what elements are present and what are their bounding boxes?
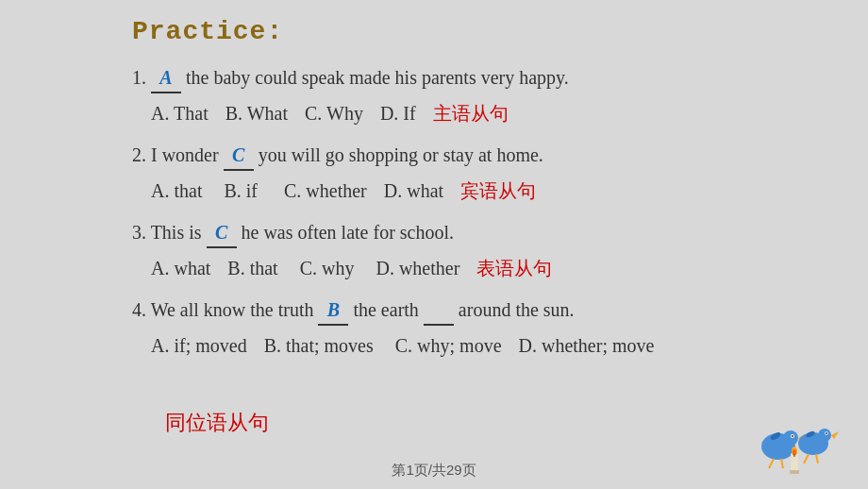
decoration-image (755, 413, 840, 480)
q1-option-b: B. What (216, 99, 288, 127)
q3-options: A. what B. that C. why D. whether 表语从句 (132, 254, 830, 282)
q4-option-b: B. that; moves (255, 331, 374, 360)
svg-line-15 (816, 454, 818, 464)
q3-option-d: D. whether (361, 254, 459, 282)
q4-option-c: C. why; move (381, 331, 502, 360)
q4-text-end: around the sun. (459, 299, 575, 320)
q4-options: A. if; moved B. that; moves C. why; move… (132, 331, 830, 360)
svg-point-5 (792, 435, 793, 437)
q4-text-mid: the earth (353, 299, 423, 320)
q1-option-a: A. That (151, 99, 209, 127)
q3-option-a: A. what (151, 254, 210, 282)
svg-line-6 (769, 459, 774, 468)
q4-blank2 (424, 295, 454, 326)
q1-text: the baby could speak made his parents ve… (186, 67, 569, 88)
q3-clause-label: 表语从句 (476, 254, 552, 282)
q1-option-d: D. If (371, 99, 416, 127)
q2-option-c: C. whether (265, 177, 367, 205)
svg-line-7 (781, 459, 783, 468)
q1-clause-label: 主语从句 (433, 99, 509, 127)
svg-point-9 (818, 429, 831, 442)
question-1: 1. A the baby could speak made his paren… (132, 63, 830, 93)
svg-marker-10 (831, 431, 839, 439)
q4-answer: B (318, 295, 348, 326)
page-title: Practice: (132, 17, 830, 46)
q4-number: 4. We all know the truth (132, 299, 318, 320)
q3-text: he was often late for school. (242, 222, 454, 243)
main-content: Practice: 1. A the baby could speak made… (0, 0, 868, 382)
question-4: 4. We all know the truth B the earth aro… (132, 295, 830, 326)
question-2: 2. I wonder C you will go shopping or st… (132, 141, 830, 171)
q2-text: you will go shopping or stay at home. (259, 144, 543, 165)
svg-point-1 (783, 430, 798, 446)
q1-options: A. That B. What C. Why D. If 主语从句 (132, 99, 830, 127)
q3-option-b: B. that (218, 254, 277, 282)
svg-point-13 (826, 432, 827, 434)
q4-option-a: A. if; moved (151, 331, 247, 360)
q2-option-b: B. if (209, 177, 258, 205)
page-footer: 第1页/共29页 (392, 462, 476, 480)
q2-answer: C (224, 141, 254, 171)
q1-option-c: C. Why (295, 99, 363, 127)
q1-answer: A (151, 63, 181, 93)
q2-option-a: A. that (151, 177, 202, 205)
q3-answer: C (207, 218, 237, 248)
svg-rect-17 (790, 470, 799, 474)
question-3: 3. This is C he was often late for schoo… (132, 218, 830, 248)
q2-clause-label: 宾语从句 (460, 177, 536, 205)
q1-number: 1. (132, 67, 146, 88)
bottom-clause-label: 同位语从句 (165, 409, 269, 437)
q2-options: A. that B. if C. whether D. what 宾语从句 (132, 177, 830, 205)
q2-option-d: D. what (375, 177, 443, 205)
q3-option-c: C. why (286, 254, 355, 282)
q2-number: 2. I wonder (132, 144, 224, 165)
svg-line-14 (804, 454, 809, 464)
q3-number: 3. This is (132, 222, 207, 243)
q4-option-d: D. whether; move (509, 331, 655, 360)
